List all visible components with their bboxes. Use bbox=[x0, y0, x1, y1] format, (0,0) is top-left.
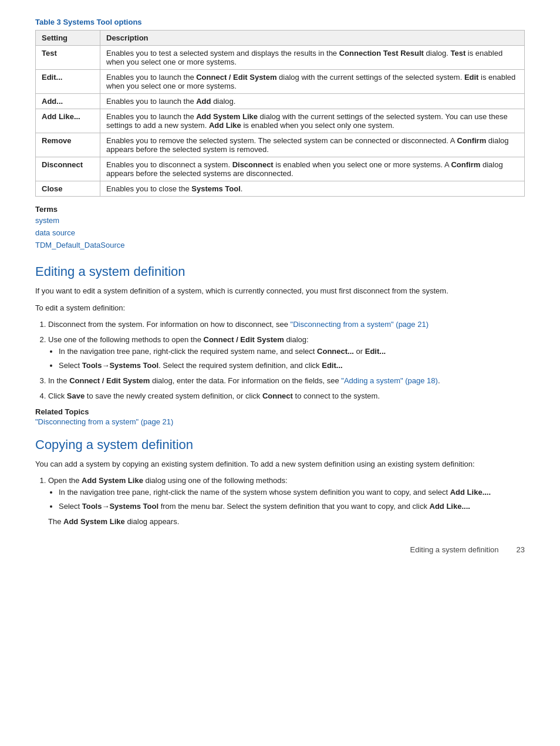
list-item: Select Tools→Systems Tool from the menu … bbox=[59, 501, 525, 512]
list-item: Click Save to save the newly created sys… bbox=[48, 390, 525, 402]
table-cell-setting: Test bbox=[36, 46, 100, 70]
list-item: Disconnect from the system. For informat… bbox=[48, 319, 525, 330]
list-item: In the navigation tree pane, right-click… bbox=[59, 487, 525, 498]
table-title: Table 3 Systems Tool options bbox=[35, 18, 525, 26]
after-bullets-text: The Add System Like dialog appears. bbox=[48, 516, 525, 528]
footer-page: 23 bbox=[517, 545, 525, 554]
terms-link[interactable]: data source bbox=[35, 227, 525, 239]
footer-text: Editing a system definition bbox=[410, 545, 499, 554]
table-cell-setting: Remove bbox=[36, 133, 100, 157]
editing-steps-intro: To edit a system definition: bbox=[35, 302, 525, 314]
terms-label: Terms bbox=[35, 205, 525, 214]
table-cell-setting: Edit... bbox=[36, 70, 100, 94]
table-cell-description: Enables you to disconnect a system. Disc… bbox=[100, 157, 525, 181]
table-cell-description: Enables you to close the Systems Tool. bbox=[100, 181, 525, 197]
systems-tool-table: Setting Description TestEnables you to t… bbox=[35, 30, 525, 197]
terms-link[interactable]: TDM_Default_DataSource bbox=[35, 239, 525, 252]
terms-link[interactable]: system bbox=[35, 215, 525, 227]
list-item: In the navigation tree pane, right-click… bbox=[59, 346, 525, 357]
terms-links: systemdata sourceTDM_Default_DataSource bbox=[35, 215, 525, 251]
table-cell-setting: Close bbox=[36, 181, 100, 197]
table-cell-description: Enables you to remove the selected syste… bbox=[100, 133, 525, 157]
copying-intro: You can add a system by copying an exist… bbox=[35, 458, 525, 470]
table-cell-description: Enables you to launch the Add dialog. bbox=[100, 94, 525, 109]
table-cell-setting: Add Like... bbox=[36, 109, 100, 133]
bullet-list: In the navigation tree pane, right-click… bbox=[59, 487, 525, 512]
editing-related-topics: Related Topics "Disconnecting from a sys… bbox=[35, 407, 525, 426]
copying-section: Copying a system definition You can add … bbox=[35, 437, 525, 528]
col-setting: Setting bbox=[36, 31, 100, 46]
editing-section: Editing a system definition If you want … bbox=[35, 264, 525, 426]
editing-steps-list: Disconnect from the system. For informat… bbox=[48, 319, 525, 403]
list-item: Use one of the following methods to open… bbox=[48, 334, 525, 372]
table-cell-setting: Add... bbox=[36, 94, 100, 109]
col-description: Description bbox=[100, 31, 525, 46]
page-footer: Editing a system definition 23 bbox=[35, 545, 525, 554]
list-item: Select Tools→Systems Tool. Select the re… bbox=[59, 360, 525, 372]
related-topics-link[interactable]: "Disconnecting from a system" (page 21) bbox=[35, 417, 173, 426]
list-item: In the Connect / Edit System dialog, ent… bbox=[48, 375, 525, 387]
related-topics-label: Related Topics bbox=[35, 407, 525, 416]
editing-intro: If you want to edit a system definition … bbox=[35, 285, 525, 297]
copying-heading: Copying a system definition bbox=[35, 437, 525, 453]
bullet-list: In the navigation tree pane, right-click… bbox=[59, 346, 525, 372]
inline-link[interactable]: "Adding a system" (page 18) bbox=[341, 376, 438, 385]
table-cell-description: Enables you to launch the Connect / Edit… bbox=[100, 70, 525, 94]
copying-steps-list: Open the Add System Like dialog using on… bbox=[48, 475, 525, 528]
list-item: Open the Add System Like dialog using on… bbox=[48, 475, 525, 528]
table-cell-description: Enables you to launch the Add System Lik… bbox=[100, 109, 525, 133]
inline-link[interactable]: "Disconnecting from a system" (page 21) bbox=[291, 320, 429, 329]
table-cell-setting: Disconnect bbox=[36, 157, 100, 181]
terms-section: Terms systemdata sourceTDM_Default_DataS… bbox=[35, 205, 525, 251]
table-cell-description: Enables you to test a selected system an… bbox=[100, 46, 525, 70]
editing-heading: Editing a system definition bbox=[35, 264, 525, 279]
